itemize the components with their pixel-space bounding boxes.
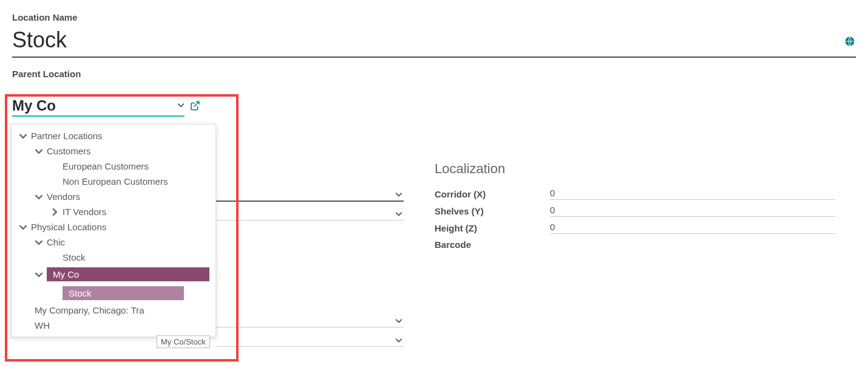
dropdown-item[interactable]: Physical Locations	[12, 219, 215, 235]
parent-input-row	[12, 97, 200, 117]
dropdown-item-label: Partner Locations	[31, 131, 209, 141]
dropdown-item[interactable]: European Customers	[12, 159, 215, 174]
dropdown-item-label: WH	[35, 320, 209, 331]
hidden-select-4[interactable]	[215, 334, 404, 347]
parent-location-dropdown[interactable]: Partner LocationsCustomersEuropean Custo…	[11, 124, 216, 337]
height-label: Height (Z)	[435, 223, 550, 233]
parent-input-wrap[interactable]	[12, 97, 185, 117]
dropdown-item[interactable]: Partner Locations	[12, 128, 215, 143]
dropdown-item[interactable]: WH	[12, 318, 215, 333]
parent-location-input[interactable]	[12, 97, 177, 114]
dropdown-item[interactable]: Chic	[12, 235, 215, 250]
tooltip: My Co/Stock	[157, 335, 210, 348]
barcode-label: Barcode	[435, 239, 550, 250]
dropdown-item[interactable]: Customers	[12, 143, 215, 159]
location-name-label: Location Name	[12, 12, 856, 22]
dropdown-item[interactable]: Vendors	[12, 189, 215, 204]
parent-location-label: Parent Location	[12, 69, 856, 79]
dropdown-item-label: Stock	[63, 252, 209, 262]
dropdown-item[interactable]: My Company, Chicago: Tra	[12, 303, 215, 318]
location-name-input[interactable]	[12, 27, 844, 53]
location-name-row	[12, 27, 856, 58]
dropdown-item[interactable]: IT Vendors	[12, 204, 215, 219]
corridor-label: Corridor (X)	[435, 189, 550, 199]
globe-icon[interactable]	[844, 35, 856, 50]
dropdown-item-label: Non European Customers	[63, 176, 209, 187]
hidden-select-2[interactable]	[215, 208, 404, 221]
external-link-icon[interactable]	[189, 100, 200, 114]
dropdown-item[interactable]: Non European Customers	[12, 174, 215, 189]
corridor-input[interactable]	[550, 188, 835, 200]
shelves-label: Shelves (Y)	[435, 206, 550, 216]
hidden-select-3[interactable]	[215, 315, 404, 328]
caret-down-icon[interactable]	[177, 100, 185, 111]
dropdown-item[interactable]: Stock	[12, 284, 215, 303]
dropdown-item-label: Vendors	[47, 191, 209, 202]
dropdown-item-label: IT Vendors	[63, 207, 209, 217]
barcode-input[interactable]	[550, 239, 835, 250]
dropdown-item-label: Physical Locations	[31, 222, 209, 232]
dropdown-item-label: Chic	[47, 237, 209, 247]
localization-section: Localization Corridor (X) Shelves (Y) He…	[435, 161, 835, 255]
dropdown-item-label: Customers	[47, 146, 209, 156]
dropdown-item-label: European Customers	[63, 161, 209, 171]
hidden-select-1[interactable]	[215, 188, 404, 202]
dropdown-item[interactable]: My Co	[12, 265, 215, 284]
localization-heading: Localization	[435, 161, 835, 177]
shelves-input[interactable]	[550, 205, 835, 217]
height-input[interactable]	[550, 222, 835, 234]
dropdown-item-label: My Co	[47, 267, 209, 281]
dropdown-item-label: Stock	[63, 286, 184, 300]
dropdown-item[interactable]: Stock	[12, 250, 215, 265]
dropdown-item-label: My Company, Chicago: Tra	[35, 305, 209, 315]
